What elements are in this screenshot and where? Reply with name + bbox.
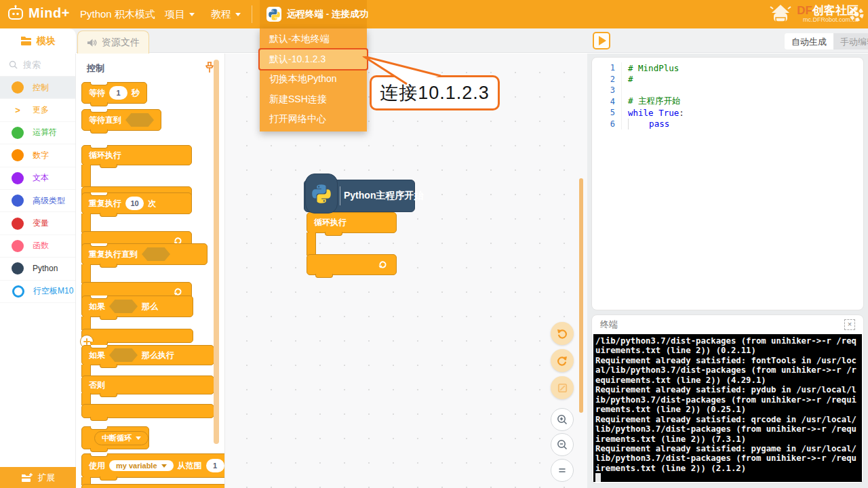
category-更多[interactable]: >更多	[0, 99, 75, 121]
tab-resources[interactable]: 资源文件	[77, 30, 149, 54]
terminal-panel: 终端 × /lib/python3.7/dist-packages (from …	[591, 314, 864, 484]
terminal-line: Requirement already satisfied: pydub in …	[595, 385, 860, 394]
menu-item[interactable]: 打开网络中心	[260, 109, 367, 129]
terminal-line: lib/python3.7/dist-packages (from unihik…	[595, 424, 860, 434]
block-wait-until[interactable]: 等待直到	[81, 109, 161, 131]
code-text: # MindPlus	[621, 62, 679, 74]
block-if-else[interactable]: 如果 那么执行 否则	[81, 345, 217, 423]
category-变量[interactable]: 变量	[0, 212, 75, 235]
search-input[interactable]	[22, 59, 68, 70]
block-if-then[interactable]: 如果 那么	[81, 296, 200, 350]
terminal-line: uirements.txt (line 2)) (0.2.11)	[595, 346, 860, 355]
remote-terminal-label: 远程终端 - 连接成功	[287, 8, 368, 20]
block-for-range[interactable]: 使用 my variable 从范围 1 到 10	[81, 453, 225, 488]
run-button[interactable]	[593, 32, 610, 49]
category-label: 控制	[33, 82, 49, 94]
code-text: # 主程序开始	[621, 96, 681, 108]
toggle-manual-edit[interactable]: 手动编辑	[833, 33, 868, 49]
redo-icon	[556, 354, 568, 367]
toggle-auto-generate[interactable]: 自动生成	[785, 33, 833, 49]
terminal-header: 终端 ×	[592, 315, 863, 334]
category-控制[interactable]: 控制	[0, 77, 75, 99]
chevron-down-icon	[235, 13, 241, 16]
zoom-out-icon	[556, 439, 568, 451]
category-dot-icon	[12, 262, 24, 274]
category-label: Python	[33, 264, 58, 273]
break-loop-dropdown[interactable]: 中断循环	[94, 431, 149, 445]
category-行空板M10[interactable]: 行空板M10	[0, 281, 75, 303]
equals-icon	[557, 465, 568, 476]
right-panel: 1# MindPlus2#34# 主程序开始5while True:6 pass…	[587, 54, 868, 488]
terminal-line: irements.txt (line 2)) (2.1.2)	[595, 464, 860, 473]
code-line: 2#	[592, 74, 863, 85]
code-line: 6 pass	[592, 119, 863, 130]
variable-dropdown[interactable]: my variable	[109, 460, 174, 471]
terminal-close-icon[interactable]: ×	[844, 319, 855, 330]
callout-tail	[342, 56, 451, 90]
hat-block-python-main[interactable]: Python主程序开始	[304, 180, 415, 212]
canvas-scrollbar[interactable]	[579, 178, 583, 413]
terminal-output[interactable]: /lib/python3.7/dist-packages (from unihi…	[593, 334, 862, 482]
menu-item[interactable]: 默认-本地终端	[260, 29, 367, 49]
remote-terminal-button[interactable]: 远程终端 - 连接成功	[260, 0, 367, 28]
zoom-out-button[interactable]	[551, 433, 574, 456]
category-dot-icon	[12, 240, 24, 252]
category-数字[interactable]: 数字	[0, 144, 75, 167]
category-运算符[interactable]: 运算符	[0, 122, 75, 144]
python-logo-icon	[267, 7, 281, 22]
terminal-cursor	[595, 473, 601, 482]
code-line: 5while True:	[592, 107, 863, 119]
mindplus-robot-icon	[7, 5, 24, 21]
category-文本[interactable]: 文本	[0, 167, 75, 190]
category-label: 更多	[33, 104, 49, 116]
menu-item[interactable]: 新建SSH连接	[260, 89, 367, 110]
condition-slot[interactable]	[109, 300, 138, 313]
code-line: 4# 主程序开始	[592, 96, 863, 108]
extension-button[interactable]: 扩展	[0, 467, 76, 488]
mindplus-logo[interactable]: Mind+	[7, 5, 70, 21]
code-line: 1# MindPlus	[592, 62, 863, 74]
category-label: 高级类型	[33, 195, 65, 207]
condition-slot[interactable]	[109, 348, 138, 362]
code-text: pass	[621, 119, 669, 130]
terminal-line: equirements.txt (line 2)) (4.29.1)	[595, 375, 860, 385]
block-wait[interactable]: 等待 1 秒	[81, 82, 147, 104]
range-from-input[interactable]: 1	[206, 459, 224, 472]
zoom-in-button[interactable]	[551, 408, 574, 431]
terminal-line: al/lib/python3.7/dist-packages (from uni…	[595, 365, 860, 375]
tab-modules[interactable]: 模块	[0, 28, 76, 54]
blocks-icon	[20, 36, 32, 46]
menu-project[interactable]: 项目	[165, 8, 195, 21]
palette-scrollbar[interactable]	[214, 60, 219, 444]
category-Python[interactable]: Python	[0, 258, 75, 280]
redo-button[interactable]	[551, 349, 574, 372]
terminal-line: Requirement already satisfied: pygame in…	[595, 444, 860, 453]
search-box[interactable]	[0, 54, 75, 77]
block-break-loop[interactable]: 中断循环	[81, 426, 149, 449]
menu-tutorial[interactable]: 教程	[211, 8, 241, 21]
loop-arrow-icon	[378, 260, 388, 270]
divider	[252, 5, 252, 23]
terminal-line: /lib/python3.7/dist-packages (from unihi…	[595, 336, 860, 346]
category-dot-icon	[12, 172, 24, 184]
category-函数[interactable]: 函数	[0, 235, 75, 258]
category-label: 数字	[33, 150, 49, 161]
screenshot-button[interactable]	[551, 376, 574, 399]
category-高级类型[interactable]: 高级类型	[0, 190, 75, 212]
terminal-line: irements.txt (line 2)) (7.3.1)	[595, 434, 860, 444]
undo-button[interactable]	[551, 322, 574, 345]
extension-blocks-icon	[21, 472, 33, 483]
condition-slot[interactable]	[125, 113, 154, 127]
code-text	[621, 85, 628, 96]
category-dot-icon	[12, 218, 24, 230]
speaker-icon	[87, 38, 97, 47]
category-label: 变量	[33, 218, 49, 229]
repeat-count-input[interactable]: 10	[125, 197, 144, 210]
wait-seconds-input[interactable]: 1	[109, 86, 127, 100]
divider	[340, 186, 340, 205]
undo-icon	[556, 327, 568, 340]
mode-label: Python 积木模式	[80, 8, 155, 21]
canvas-block-forever[interactable]: 循环执行	[307, 212, 401, 280]
zoom-reset-button[interactable]	[551, 459, 574, 482]
condition-slot[interactable]	[142, 247, 170, 261]
